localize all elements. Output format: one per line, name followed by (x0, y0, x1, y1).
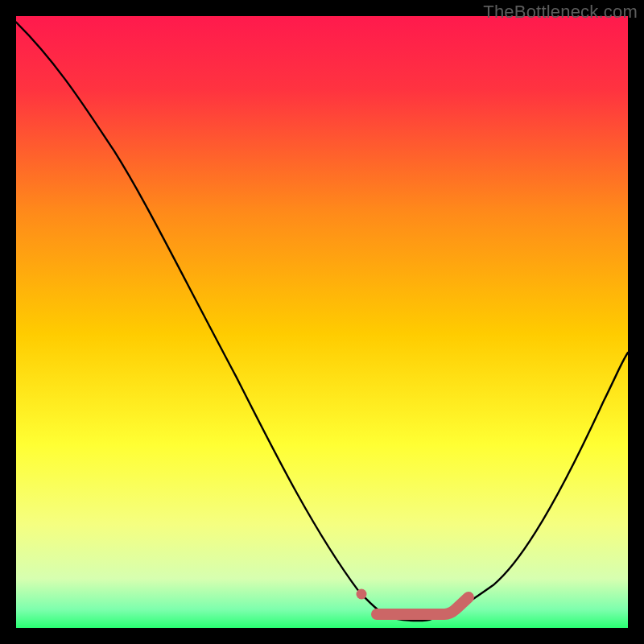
highlight-dot (357, 589, 367, 600)
plot-area (16, 16, 628, 628)
curve-layer (16, 16, 628, 628)
chart-container: TheBottleneck.com (0, 0, 644, 644)
highlight-band (377, 597, 469, 614)
watermark-text: TheBottleneck.com (483, 2, 638, 23)
bottleneck-curve (16, 23, 628, 621)
